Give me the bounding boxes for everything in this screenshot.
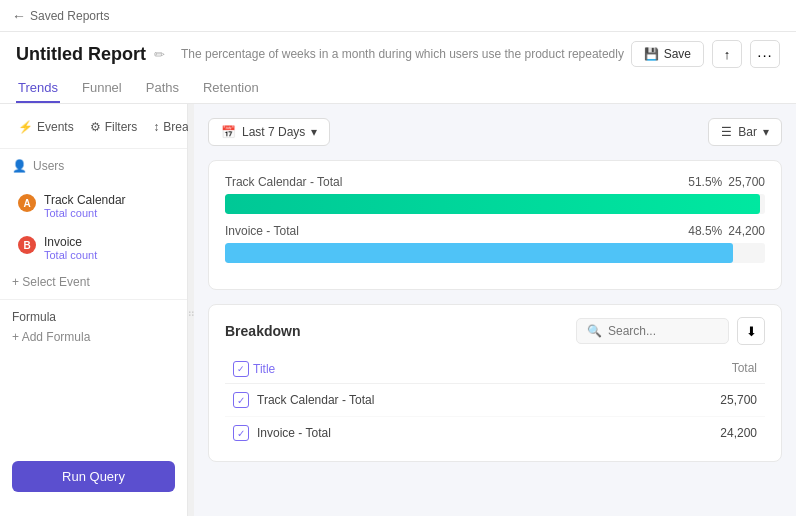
share-icon: ↑: [724, 47, 731, 62]
sidebar: ⚡ Events ⚙ Filters ↕ Breakdown 👤 Users A…: [0, 104, 188, 516]
col-total-header: Total: [732, 361, 757, 377]
users-person-icon: 👤: [12, 159, 27, 173]
event-name-track-calendar: Track Calendar: [44, 193, 126, 207]
breakdown-row-1: ✓ Track Calendar - Total 25,700: [225, 384, 765, 417]
add-formula-button[interactable]: + Add Formula: [12, 330, 175, 344]
breakdown-header: Breakdown 🔍 ⬇: [225, 317, 765, 345]
header: Untitled Report ✏ The percentage of week…: [0, 32, 796, 104]
chart-type-label: Bar: [738, 125, 757, 139]
events-label: Events: [37, 120, 74, 134]
topbar: ← Saved Reports: [0, 0, 796, 32]
event-metric-invoice: Total count: [44, 249, 97, 261]
edit-icon[interactable]: ✏: [154, 47, 165, 62]
main-content: ⚡ Events ⚙ Filters ↕ Breakdown 👤 Users A…: [0, 104, 796, 516]
chart-label-2: Invoice - Total: [225, 224, 299, 238]
calendar-icon: 📅: [221, 125, 236, 139]
header-actions: 💾 Save ↑ ···: [631, 40, 780, 68]
col-title-header: ✓ Title: [233, 361, 275, 377]
event-item-invoice[interactable]: B Invoice Total count: [6, 229, 181, 267]
save-label: Save: [664, 47, 691, 61]
bar-container-2: [225, 243, 765, 263]
events-icon: ⚡: [18, 120, 33, 134]
users-label: Users: [33, 159, 64, 173]
tabs-bar: Trends Funnel Paths Retention: [16, 74, 780, 103]
download-icon: ⬇: [746, 324, 757, 339]
select-event-label: + Select Event: [12, 275, 90, 289]
events-tool-button[interactable]: ⚡ Events: [12, 116, 80, 138]
chart-pct-1: 51.5%: [688, 175, 722, 189]
users-section: 👤 Users: [0, 149, 187, 185]
chart-value-1: 25,700: [728, 175, 765, 189]
filters-label: Filters: [105, 120, 138, 134]
download-button[interactable]: ⬇: [737, 317, 765, 345]
back-link[interactable]: ← Saved Reports: [12, 8, 109, 24]
chart-area: Track Calendar - Total 51.5% 25,700 Invo…: [208, 160, 782, 290]
save-icon: 💾: [644, 47, 659, 61]
tab-funnel[interactable]: Funnel: [80, 74, 124, 103]
date-dropdown-icon: ▾: [311, 125, 317, 139]
more-button[interactable]: ···: [750, 40, 780, 68]
share-button[interactable]: ↑: [712, 40, 742, 68]
sidebar-toolbar: ⚡ Events ⚙ Filters ↕ Breakdown: [0, 116, 187, 149]
date-range-label: Last 7 Days: [242, 125, 305, 139]
filters-tool-button[interactable]: ⚙ Filters: [84, 116, 144, 138]
bar-green-1: [225, 194, 760, 214]
more-icon: ···: [757, 46, 773, 63]
search-input[interactable]: [608, 324, 718, 338]
row-label-1: Track Calendar - Total: [257, 393, 374, 407]
event-badge-b: B: [18, 236, 36, 254]
run-query-container: Run Query: [12, 461, 175, 492]
chart-row-2: Invoice - Total 48.5% 24,200: [225, 224, 765, 263]
col-title-checkbox: ✓: [233, 361, 249, 377]
search-icon: 🔍: [587, 324, 602, 338]
bar-blue-2: [225, 243, 733, 263]
event-item-track-calendar[interactable]: A Track Calendar Total count: [6, 187, 181, 225]
chart-row-1: Track Calendar - Total 51.5% 25,700: [225, 175, 765, 214]
chart-type-picker[interactable]: ☰ Bar ▾: [708, 118, 782, 146]
breakdown-area: Breakdown 🔍 ⬇ ✓ Title: [208, 304, 782, 462]
formula-title: Formula: [12, 310, 175, 324]
chart-value-2: 24,200: [728, 224, 765, 238]
report-title: Untitled Report: [16, 44, 146, 65]
breakdown-table-header: ✓ Title Total: [225, 355, 765, 384]
row-value-1: 25,700: [720, 393, 757, 407]
breakdown-search[interactable]: 🔍: [576, 318, 729, 344]
formula-section: Formula + Add Formula: [0, 299, 187, 354]
chart-label-1: Track Calendar - Total: [225, 175, 342, 189]
breakdown-table: ✓ Title Total ✓ Track Calendar - Total 2…: [225, 355, 765, 449]
event-name-invoice: Invoice: [44, 235, 97, 249]
tab-paths[interactable]: Paths: [144, 74, 181, 103]
chart-pct-2: 48.5%: [688, 224, 722, 238]
save-button[interactable]: 💾 Save: [631, 41, 704, 67]
event-metric-track-calendar: Total count: [44, 207, 126, 219]
breakdown-icon: ↕: [153, 120, 159, 134]
event-badge-a: A: [18, 194, 36, 212]
bar-chart-icon: ☰: [721, 125, 732, 139]
bar-container-1: [225, 194, 765, 214]
date-picker[interactable]: 📅 Last 7 Days ▾: [208, 118, 330, 146]
row-checkbox-2[interactable]: ✓: [233, 425, 249, 441]
tab-trends[interactable]: Trends: [16, 74, 60, 103]
tab-retention[interactable]: Retention: [201, 74, 261, 103]
back-label: Saved Reports: [30, 9, 109, 23]
row-label-2: Invoice - Total: [257, 426, 331, 440]
breakdown-title: Breakdown: [225, 323, 300, 339]
add-formula-label: + Add Formula: [12, 330, 90, 344]
chart-dropdown-icon: ▾: [763, 125, 769, 139]
back-arrow-icon: ←: [12, 8, 26, 24]
run-query-button[interactable]: Run Query: [12, 461, 175, 492]
chart-controls: 📅 Last 7 Days ▾ ☰ Bar ▾: [208, 118, 782, 146]
select-event-button[interactable]: + Select Event: [0, 269, 187, 295]
col-title-label: Title: [253, 362, 275, 376]
report-description: The percentage of weeks in a month durin…: [181, 47, 624, 61]
row-checkbox-1[interactable]: ✓: [233, 392, 249, 408]
filters-icon: ⚙: [90, 120, 101, 134]
row-value-2: 24,200: [720, 426, 757, 440]
content-area: 📅 Last 7 Days ▾ ☰ Bar ▾ Track Calendar -…: [194, 104, 796, 516]
breakdown-row-2: ✓ Invoice - Total 24,200: [225, 417, 765, 449]
